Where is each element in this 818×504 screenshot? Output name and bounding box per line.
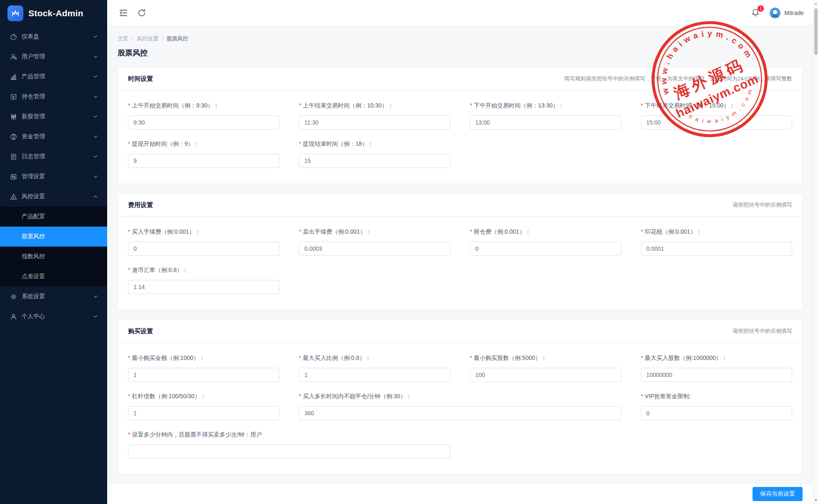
field-input[interactable] <box>641 242 792 256</box>
field-label: *买入手续费（例:0.001）： <box>128 228 279 237</box>
sidebar-item[interactable]: 个人中心 <box>0 307 107 327</box>
field-input[interactable] <box>470 115 621 130</box>
field-input[interactable] <box>299 115 450 130</box>
card-hint: 请按照括号中的示例填写 <box>733 201 792 209</box>
form-field: *买入手续费（例:0.001）： <box>128 228 279 256</box>
username[interactable]: Mitrade <box>784 10 804 16</box>
page-title: 股票风控 <box>118 48 803 58</box>
sidebar-item[interactable]: 资金管理 <box>0 127 107 147</box>
field-input[interactable] <box>641 368 792 382</box>
sidebar-item[interactable]: 日志管理 <box>0 147 107 167</box>
field-label: *最大买入比例（例:0.8）： <box>299 354 450 363</box>
chevron-down-icon <box>93 154 98 159</box>
save-button[interactable]: 保存当前设置 <box>753 487 803 501</box>
sidebar-subitem[interactable]: 指数风控 <box>0 247 107 267</box>
sidebar-item-label: 管理设置 <box>22 173 93 180</box>
field-input[interactable] <box>128 368 279 382</box>
sidebar-item[interactable]: 新股管理 <box>0 107 107 127</box>
avatar[interactable] <box>770 7 780 18</box>
field-input[interactable] <box>128 242 279 256</box>
sidebar-item[interactable]: 系统设置 <box>0 287 107 307</box>
field-label: *下午开始交易时间（例：13:30）： <box>470 102 621 110</box>
form-field: *最大买入股数（例:1000000）： <box>641 354 792 382</box>
field-label: *最小购买股数（例:5000）： <box>470 354 621 363</box>
sidebar-submenu: 产品配置股票风控指数风控点差设置 <box>0 207 107 287</box>
form-field: *上午开始交易时间（例：9:30）： <box>128 102 279 130</box>
required-asterisk: * <box>641 393 643 399</box>
form-field: *最大买入比例（例:0.8）： <box>299 354 450 382</box>
required-asterisk: * <box>128 354 130 361</box>
field-input[interactable] <box>299 406 621 420</box>
notification-badge: 1 <box>757 5 764 12</box>
form-field: *最小购买股数（例:5000）： <box>470 354 621 382</box>
field-input[interactable] <box>641 406 792 420</box>
sidebar-subitem[interactable]: 股票风控 <box>0 227 107 247</box>
field-input[interactable] <box>128 115 279 130</box>
required-asterisk: * <box>299 393 301 399</box>
collapse-sidebar-icon[interactable] <box>119 8 128 17</box>
field-label: *港币汇率（例:0.8）： <box>128 267 279 275</box>
chevron-down-icon <box>93 74 98 79</box>
footer-bar: 保存当前设置 <box>107 484 813 504</box>
required-asterisk: * <box>299 228 301 235</box>
breadcrumb: 主页/风控设置/股票风控 <box>118 35 803 42</box>
sidebar-item[interactable]: 仪表盘 <box>0 27 107 47</box>
breadcrumb-item[interactable]: 主页 <box>118 35 128 42</box>
app-logo[interactable]: Stock-Admin <box>0 0 107 27</box>
sidebar-item-label: 仪表盘 <box>22 33 93 40</box>
field-label: *最大买入股数（例:1000000）： <box>641 354 792 363</box>
chevron-down-icon <box>93 294 98 299</box>
field-label: *上午结束交易时间（例：10:30）： <box>299 102 450 110</box>
refresh-icon[interactable] <box>137 8 146 17</box>
positions-icon <box>10 93 17 100</box>
scrollbar-thumb[interactable] <box>814 8 818 55</box>
required-asterisk: * <box>128 267 130 273</box>
sidebar-item[interactable]: 持仓管理 <box>0 87 107 107</box>
field-input[interactable] <box>299 242 450 256</box>
field-label: *下午结束交易时间（例：15:00）： <box>641 102 792 110</box>
field-input[interactable] <box>299 368 450 382</box>
logs-icon <box>10 153 17 160</box>
field-input[interactable] <box>128 154 279 168</box>
form-field: *杠杆倍数（例:100/50/30）： <box>128 393 279 420</box>
sidebar-subitem[interactable]: 点差设置 <box>0 267 107 287</box>
field-input[interactable] <box>128 406 279 420</box>
field-input[interactable] <box>299 154 450 168</box>
card-title: 购买设置 <box>128 327 153 335</box>
form-field: *设置多少分钟内，且股票不得买卖多少次/钟：用户 <box>128 431 450 459</box>
sidebar: Stock-Admin 仪表盘用户管理产品管理持仓管理新股管理资金管理日志管理管… <box>0 0 107 504</box>
form-field: *港币汇率（例:0.8）： <box>128 267 279 294</box>
field-label: *上午开始交易时间（例：9:30）： <box>128 102 279 110</box>
scroll-up-arrow[interactable]: ▲ <box>813 1 818 7</box>
funds-icon <box>10 133 17 140</box>
field-input[interactable] <box>641 115 792 130</box>
card-header: 购买设置请按照括号中的示例填写 <box>118 320 802 343</box>
field-input[interactable] <box>128 444 450 459</box>
sidebar-item[interactable]: 风控设置 <box>0 187 107 207</box>
sidebar-item-label: 产品管理 <box>22 73 93 80</box>
field-label: *买入多长时间内不能平仓/分钟（例:30）： <box>299 393 621 401</box>
chevron-down-icon <box>93 194 98 199</box>
dashboard-icon <box>10 33 17 40</box>
notifications-button[interactable]: 1 <box>750 8 760 18</box>
sidebar-item[interactable]: 产品管理 <box>0 67 107 87</box>
required-asterisk: * <box>299 354 301 361</box>
field-input[interactable] <box>470 368 621 382</box>
form-field: *买入多长时间内不能平仓/分钟（例:30）： <box>299 393 621 420</box>
profile-icon <box>10 313 17 320</box>
form-field: *提现结束时间（例：18）： <box>299 140 450 168</box>
field-label: *提现结束时间（例：18）： <box>299 140 450 149</box>
settings-card: 时间设置填写规则请按照括号中的示例填写，":"统一为英文中的字符，提现时间为24… <box>118 67 803 184</box>
breadcrumb-item[interactable]: 风控设置 <box>137 35 158 42</box>
form-field: *提现开始时间（例：9）： <box>128 140 279 168</box>
field-label: *最小购买金额（例:1000）： <box>128 354 279 363</box>
sidebar-item[interactable]: 管理设置 <box>0 167 107 187</box>
sidebar-subitem[interactable]: 产品配置 <box>0 207 107 227</box>
field-input[interactable] <box>470 242 621 256</box>
scroll-down-arrow[interactable]: ▼ <box>813 497 818 503</box>
chevron-down-icon <box>93 34 98 39</box>
sidebar-item[interactable]: 用户管理 <box>0 47 107 67</box>
new-stock-icon <box>10 113 17 120</box>
field-input[interactable] <box>128 280 279 294</box>
field-label: *提现开始时间（例：9）： <box>128 140 279 149</box>
